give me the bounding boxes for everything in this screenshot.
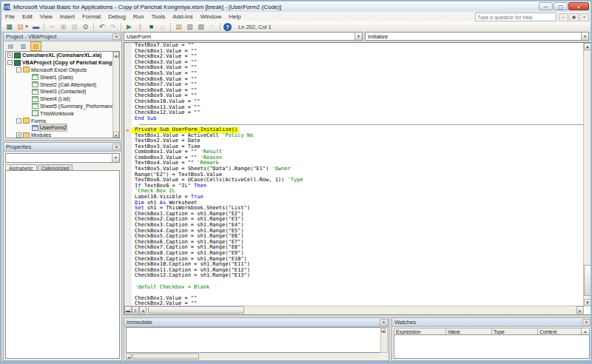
immediate-horizontal-scrollbar[interactable]: ◄: [126, 354, 381, 360]
project-close-icon[interactable]: ×: [112, 33, 121, 40]
properties-object-dropdown[interactable]: ▼: [5, 153, 120, 163]
scroll-down-icon[interactable]: ▼: [113, 132, 119, 138]
menu-view[interactable]: View: [36, 12, 56, 21]
menu-insert[interactable]: Insert: [56, 12, 78, 21]
maximize-button[interactable]: ▢: [554, 2, 568, 10]
tree-item-forms[interactable]: -Forms: [6, 117, 119, 124]
toggle-folders-icon[interactable]: ▨: [30, 41, 41, 51]
redo-icon[interactable]: ↷: [108, 22, 118, 31]
undo-icon[interactable]: ↶: [97, 22, 107, 31]
immediate-panel-titlebar[interactable]: Immediate ×: [124, 318, 388, 327]
mdi-minimize-button[interactable]: ─: [559, 13, 568, 21]
object-dropdown[interactable]: UserForm ▼: [124, 32, 363, 41]
object-browser-icon[interactable]: ▧: [196, 22, 206, 31]
properties-window-icon[interactable]: ▥: [185, 22, 195, 31]
menu-tools[interactable]: Tools: [148, 12, 169, 21]
collapse-icon[interactable]: -: [16, 67, 21, 73]
scroll-down-icon[interactable]: ▼: [584, 299, 591, 306]
cut-icon[interactable]: ✂: [47, 22, 57, 31]
menu-edit[interactable]: Edit: [18, 12, 36, 21]
expand-icon[interactable]: +: [7, 53, 13, 58]
code-editor-pane[interactable]: TextBox7.Value = ""CheckBox1.Value = ""C…: [124, 42, 592, 315]
project-panel-titlebar[interactable]: Project - VBAProject ×: [4, 33, 121, 41]
break-icon[interactable]: ∥: [135, 22, 145, 31]
mdi-close-button[interactable]: ×: [579, 13, 589, 21]
chevron-down-icon[interactable]: ▼: [581, 33, 588, 40]
title-bar[interactable]: VB Microsoft Visual Basic for Applicatio…: [1, 1, 591, 12]
tree-item-sheet4-list[interactable]: Sheet4 (List): [6, 95, 119, 103]
tree-item-vbaproject-copy-of-parichat-kongmiya-xlsm[interactable]: -VBAProject (Copy of Parichat Kongmiya.x…: [6, 59, 119, 67]
properties-panel-titlebar[interactable]: Properties ×: [4, 143, 121, 152]
object-dropdown-value: UserForm: [127, 33, 151, 40]
code-vertical-scrollbar[interactable]: ▲ ▼: [583, 43, 591, 306]
scroll-up-icon[interactable]: ▲: [584, 43, 591, 50]
tree-item-sheet1-data[interactable]: Sheet1 (Data): [6, 73, 119, 81]
horizontal-scroll-thumb[interactable]: [148, 306, 244, 314]
close-button[interactable]: ×: [568, 2, 589, 10]
menu-window[interactable]: Window: [197, 12, 225, 21]
full-module-view-button[interactable]: ≡: [132, 306, 139, 314]
find-icon[interactable]: ⊙: [81, 22, 90, 31]
vertical-scroll-thumb[interactable]: [584, 265, 591, 296]
help-icon[interactable]: ?: [223, 23, 232, 31]
code-text: End Sub: [132, 116, 157, 122]
reset-icon[interactable]: ■: [147, 22, 156, 31]
excel-icon[interactable]: ▦: [4, 22, 14, 31]
chevron-down-icon[interactable]: ▼: [112, 154, 119, 162]
save-icon[interactable]: ▬: [31, 22, 41, 31]
code-horizontal-scrollbar[interactable]: ◄ ►: [139, 306, 584, 314]
scroll-right-icon[interactable]: ►: [576, 306, 584, 314]
tree-item-microsoft-excel-objects[interactable]: -Microsoft Excel Objects: [6, 67, 119, 74]
help-search-input[interactable]: [475, 13, 556, 21]
design-mode-icon[interactable]: △: [158, 22, 167, 31]
scroll-up-icon[interactable]: ▲: [381, 328, 386, 333]
code-line: CheckBox12.Value = "": [124, 110, 584, 116]
menu-debug[interactable]: Debug: [104, 12, 130, 21]
workbook-icon: [14, 53, 21, 58]
immediate-input-area[interactable]: [126, 327, 381, 353]
watches-list[interactable]: [394, 334, 590, 359]
properties-list[interactable]: [5, 170, 120, 359]
menu-format[interactable]: Format: [78, 12, 104, 21]
watches-panel-titlebar[interactable]: Watches ×: [392, 318, 591, 327]
properties-close-icon[interactable]: ×: [112, 144, 121, 150]
tree-item-thisworkbook[interactable]: ThisWorkbook: [6, 109, 119, 117]
chevron-down-icon[interactable]: ▼: [354, 33, 362, 40]
menu-file[interactable]: File: [1, 12, 18, 21]
chevron-down-icon[interactable]: ▼: [24, 24, 29, 29]
procedure-view-button[interactable]: ▬: [124, 306, 132, 314]
collapse-icon[interactable]: -: [16, 118, 21, 124]
scroll-left-icon[interactable]: ◄: [139, 306, 147, 314]
paste-icon[interactable]: ▨: [70, 22, 79, 31]
tree-item-sheet2-call-attempted[interactable]: Sheet2 (Call Attempted): [6, 81, 119, 88]
mdi-restore-button[interactable]: ▣: [569, 13, 579, 21]
project-tree[interactable]: +ComshareXL (ComshareXL.xla)-VBAProject …: [5, 51, 120, 138]
scroll-up-icon[interactable]: ▲: [113, 52, 119, 58]
project-tree-scrollbar[interactable]: ▲ ▼: [112, 52, 119, 138]
view-code-icon[interactable]: ▤: [5, 41, 16, 51]
tree-item-userform2[interactable]: UserForm2: [6, 124, 119, 132]
copy-icon[interactable]: ▣: [58, 22, 68, 31]
code-lines[interactable]: TextBox7.Value = ""CheckBox1.Value = ""C…: [124, 43, 584, 306]
tree-item-comsharexl-comsharexl-xla[interactable]: +ComshareXL (ComshareXL.xla): [6, 52, 119, 59]
procedure-dropdown[interactable]: Initialize ▼: [365, 32, 589, 41]
toolbox-icon[interactable]: +: [207, 22, 217, 31]
minimize-button[interactable]: ─: [539, 2, 553, 10]
toolbar-icons: ▦▤▼▬✂▣▨⊙↶↷▶∥■△▤▥▧+?: [4, 22, 232, 31]
menu-addins[interactable]: Add-Ins: [169, 12, 197, 21]
menu-help[interactable]: Help: [225, 12, 244, 21]
tree-item-modules[interactable]: +Modules: [6, 132, 119, 138]
watches-close-icon[interactable]: ×: [582, 319, 591, 326]
scroll-left-icon[interactable]: ◄: [126, 354, 132, 360]
expand-icon[interactable]: +: [16, 132, 21, 138]
view-object-icon[interactable]: ▥: [18, 41, 29, 51]
project-explorer-icon[interactable]: ▤: [174, 22, 184, 31]
run-icon[interactable]: ▶: [124, 22, 134, 31]
immediate-vertical-scrollbar[interactable]: ▲: [380, 327, 388, 353]
horizontal-scroll-thumb[interactable]: [132, 354, 199, 360]
tree-item-sheet3-contacted[interactable]: Sheet3 (Contacted): [6, 88, 119, 95]
immediate-close-icon[interactable]: ×: [380, 319, 388, 326]
collapse-icon[interactable]: -: [7, 60, 13, 65]
tree-item-sheet5-summary-preformance[interactable]: Sheet5 (Summary_Preformance): [6, 103, 119, 110]
menu-run[interactable]: Run: [130, 12, 148, 21]
